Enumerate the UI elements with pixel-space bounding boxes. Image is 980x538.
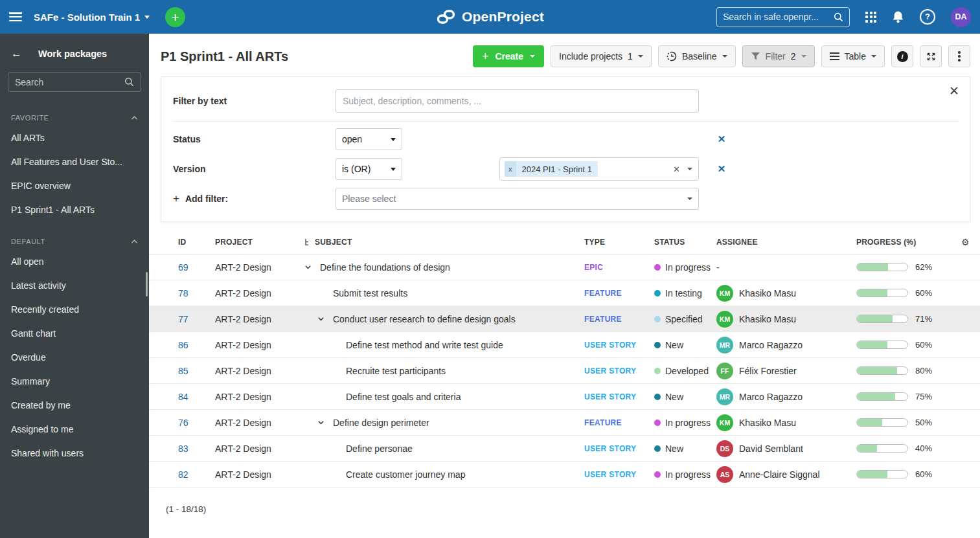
table-row[interactable]: 77ART-2 DesignConduct user research to d…: [149, 306, 980, 332]
sidebar-item[interactable]: Gantt chart: [0, 322, 149, 346]
table-settings-gear-icon[interactable]: ⚙: [953, 237, 970, 247]
sidebar-item[interactable]: P1 Sprint1 - All ARTs: [0, 198, 149, 222]
column-header-id[interactable]: ID: [178, 238, 215, 247]
wp-id-link[interactable]: 76: [178, 418, 215, 428]
table-row[interactable]: 76ART-2 DesignDefine design perimeterFEA…: [149, 410, 980, 436]
sidebar-group-header[interactable]: FAVORITE: [0, 98, 149, 126]
notifications-bell-icon[interactable]: [892, 10, 904, 23]
wp-assignee-cell: KMKhasiko Masu: [716, 285, 856, 302]
sidebar-search: [8, 72, 141, 92]
assignee-avatar: MR: [716, 337, 733, 353]
wp-id-link[interactable]: 83: [178, 443, 215, 454]
column-header-type[interactable]: TYPE: [584, 238, 654, 247]
collapse-chevron-icon[interactable]: [317, 419, 333, 426]
progress-fill: [857, 419, 882, 426]
sidebar-group-header[interactable]: DEFAULT: [0, 222, 149, 250]
add-filter-select[interactable]: Please select: [336, 188, 699, 210]
status-operator-select[interactable]: open: [336, 128, 402, 150]
search-icon: [834, 12, 843, 22]
column-header-progress[interactable]: PROGRESS (%): [856, 238, 953, 247]
progress-value: 71%: [915, 314, 932, 324]
remove-chip-icon[interactable]: x: [505, 161, 516, 177]
progress-value: 62%: [915, 262, 932, 272]
chevron-down-icon[interactable]: [687, 168, 692, 170]
wp-id-link[interactable]: 69: [178, 262, 215, 273]
baseline-button[interactable]: Baseline: [658, 45, 736, 67]
wp-id-link[interactable]: 84: [178, 392, 215, 402]
create-button[interactable]: + Create: [473, 45, 544, 67]
wp-id-link[interactable]: 85: [178, 366, 215, 376]
sidebar-item[interactable]: Recently created: [0, 298, 149, 322]
collapse-chevron-icon[interactable]: [304, 263, 320, 271]
project-selector[interactable]: SAFe - Solution Train 1: [34, 12, 150, 23]
remove-version-filter-icon[interactable]: ✕: [718, 163, 726, 175]
assignee-avatar: KM: [716, 414, 733, 431]
sidebar: ← Work packages FAVORITEAll ARTsAll Feat…: [0, 34, 149, 538]
column-header-subject[interactable]: SUBJECT: [304, 238, 584, 247]
hamburger-menu-icon[interactable]: [9, 12, 22, 21]
fullscreen-button[interactable]: [920, 45, 942, 67]
back-arrow-icon[interactable]: ←: [11, 47, 22, 60]
close-filter-panel-icon[interactable]: ✕: [949, 85, 959, 97]
filter-button[interactable]: Filter 2: [742, 45, 815, 67]
global-search-input[interactable]: [723, 12, 834, 22]
table-row[interactable]: 69ART-2 DesignDefine the foundations of …: [149, 254, 980, 280]
sidebar-scrollbar[interactable]: [146, 272, 148, 297]
wp-id-link[interactable]: 82: [178, 469, 215, 480]
table-row[interactable]: 83ART-2 DesignDefine personaeUSER STORYN…: [149, 436, 980, 462]
global-search: [716, 7, 850, 27]
column-header-status[interactable]: STATUS: [654, 238, 716, 247]
wp-subject: Define test method and write test guide: [346, 340, 503, 350]
table-row[interactable]: 85ART-2 DesignRecruite test participants…: [149, 358, 980, 384]
sidebar-item[interactable]: All open: [0, 250, 149, 274]
collapse-chevron-icon[interactable]: [317, 315, 333, 322]
wp-type: USER STORY: [584, 470, 654, 479]
wp-project: ART-2 Design: [215, 418, 304, 428]
progress-fill: [857, 471, 887, 478]
filter-funnel-icon: [751, 52, 760, 61]
table-row[interactable]: 84ART-2 DesignDefine test goals and crit…: [149, 384, 980, 410]
quick-add-button[interactable]: +: [165, 7, 185, 27]
wp-status: In testing: [665, 288, 702, 298]
info-button[interactable]: i: [891, 45, 913, 67]
sidebar-item[interactable]: Overdue: [0, 346, 149, 370]
view-mode-table-button[interactable]: Table: [821, 45, 885, 67]
wp-progress-cell: 60%: [856, 469, 953, 479]
assignee-avatar: KM: [716, 311, 733, 328]
filter-text-input[interactable]: [336, 89, 699, 113]
remove-status-filter-icon[interactable]: ✕: [718, 133, 726, 145]
column-header-assignee[interactable]: ASSIGNEE: [716, 238, 856, 247]
sidebar-item[interactable]: Shared with users: [0, 442, 149, 465]
include-projects-button[interactable]: Include projects 1: [551, 45, 652, 67]
wp-id-link[interactable]: 77: [178, 314, 215, 324]
clear-values-icon[interactable]: ✕: [673, 164, 680, 174]
wp-id-link[interactable]: 86: [178, 340, 215, 350]
sidebar-search-input[interactable]: [15, 77, 124, 87]
sidebar-item[interactable]: Assigned to me: [0, 418, 149, 442]
sidebar-group-label: FAVORITE: [11, 114, 49, 122]
more-options-button[interactable]: [948, 45, 970, 67]
table-row[interactable]: 78ART-2 DesignSubmit test resultsFEATURE…: [149, 280, 980, 306]
sidebar-item[interactable]: All Features and User Sto...: [0, 150, 149, 174]
wp-subject-cell: Define personae: [304, 443, 584, 454]
table-row[interactable]: 86ART-2 DesignDefine test method and wri…: [149, 332, 980, 358]
apps-grid-icon[interactable]: [865, 12, 876, 23]
progress-bar: [856, 470, 908, 478]
sidebar-item[interactable]: Created by me: [0, 394, 149, 418]
sidebar-item[interactable]: Summary: [0, 370, 149, 394]
version-operator-select[interactable]: is (OR): [336, 158, 402, 180]
progress-value: 80%: [915, 366, 932, 375]
wp-id-link[interactable]: 78: [178, 288, 215, 298]
sidebar-item[interactable]: EPIC overview: [0, 174, 149, 198]
progress-value: 50%: [915, 418, 932, 427]
table-row[interactable]: 82ART-2 DesignCreate customer journey ma…: [149, 462, 980, 488]
main-content: P1 Sprint1 - All ARTs + Create Include p…: [149, 34, 980, 538]
user-avatar[interactable]: DA: [951, 7, 971, 27]
logo-text: OpenProject: [462, 9, 544, 25]
status-dot: [654, 316, 661, 322]
help-icon[interactable]: ?: [920, 9, 935, 25]
sidebar-item[interactable]: All ARTs: [0, 126, 149, 150]
version-values-select[interactable]: x 2024 PI1 - Sprint 1 ✕: [499, 157, 699, 181]
sidebar-item[interactable]: Latest activity: [0, 274, 149, 298]
column-header-project[interactable]: PROJECT: [215, 238, 304, 247]
